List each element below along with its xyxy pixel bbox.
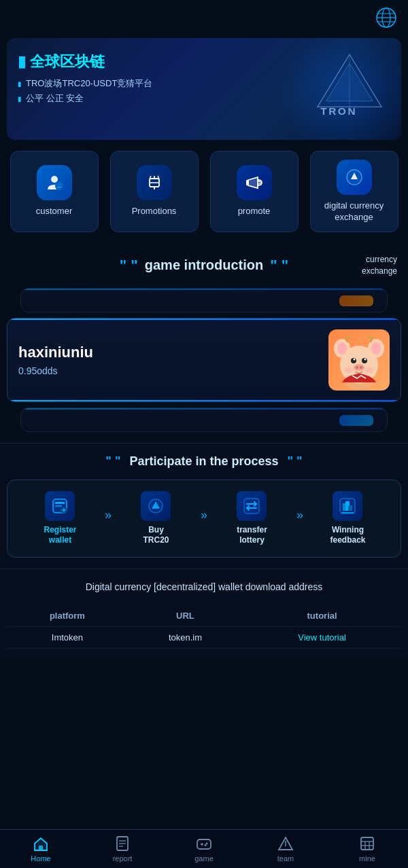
svg-point-33 bbox=[360, 366, 362, 369]
tutorial-header: tutorial bbox=[243, 605, 401, 627]
svg-point-9 bbox=[51, 176, 58, 183]
svg-rect-37 bbox=[55, 502, 65, 504]
step-register: Registerwallet bbox=[18, 491, 102, 546]
step-winning: Winningfeedback bbox=[306, 491, 390, 546]
mine-icon bbox=[359, 835, 375, 852]
url-header: URL bbox=[128, 605, 243, 627]
process-title: Participate in the process bbox=[129, 454, 278, 468]
icons-row: ··· customer Promotions bbox=[0, 140, 408, 243]
arrow-1: » bbox=[105, 508, 112, 522]
globe-icon[interactable] bbox=[375, 7, 397, 31]
svg-rect-48 bbox=[348, 505, 352, 511]
game-avatar bbox=[328, 329, 390, 391]
svg-text:···: ··· bbox=[56, 184, 61, 190]
nav-home-label: Home bbox=[31, 854, 50, 863]
nav-mine-label: mine bbox=[359, 854, 375, 863]
nav-team-label: team bbox=[277, 854, 294, 863]
nav-report[interactable]: report bbox=[82, 835, 163, 863]
customer-button[interactable]: ··· customer bbox=[10, 151, 99, 232]
transfer-icon bbox=[237, 491, 267, 521]
svg-point-29 bbox=[354, 358, 356, 360]
svg-text:TRON: TRON bbox=[320, 105, 357, 116]
nav-game-label: game bbox=[194, 854, 214, 863]
quote-right: " " bbox=[270, 257, 288, 274]
bottom-nav: Home report game team bbox=[0, 829, 408, 868]
currency-exchange-label: currency exchange bbox=[362, 254, 397, 277]
game-intro-header: " " game introduction " " currency excha… bbox=[0, 243, 408, 288]
register-label: Registerwallet bbox=[44, 525, 76, 546]
promote-button[interactable]: promote bbox=[210, 151, 299, 232]
svg-rect-38 bbox=[55, 505, 62, 507]
register-icon bbox=[45, 491, 75, 521]
winning-label: Winningfeedback bbox=[330, 525, 365, 546]
game-odds: 0.95odds bbox=[18, 365, 93, 376]
wallet-row: Imtoken token.im View tutorial bbox=[7, 626, 401, 648]
nav-team[interactable]: team bbox=[245, 835, 326, 863]
quote-left: " " bbox=[120, 257, 138, 274]
customer-icon: ··· bbox=[37, 165, 72, 200]
top-bar bbox=[0, 0, 408, 38]
svg-point-32 bbox=[356, 366, 358, 369]
team-icon bbox=[277, 835, 294, 852]
process-quote-left: " " bbox=[105, 454, 120, 468]
svg-point-34 bbox=[344, 367, 354, 373]
games-section: haxiniuniu 0.95odds bbox=[0, 288, 408, 432]
arrow-2: » bbox=[201, 508, 207, 522]
game-intro-title: " " game introduction " " bbox=[109, 250, 299, 281]
svg-rect-18 bbox=[246, 180, 249, 185]
digital-icon bbox=[337, 160, 372, 195]
promotions-icon bbox=[137, 165, 172, 200]
game-info: haxiniuniu 0.95odds bbox=[18, 344, 93, 376]
buy-icon bbox=[141, 491, 171, 521]
promotions-button[interactable]: Promotions bbox=[110, 151, 199, 232]
nav-game[interactable]: game bbox=[163, 835, 245, 863]
process-quote-right: " " bbox=[288, 454, 303, 468]
tron-logo: TRON bbox=[309, 52, 390, 115]
svg-point-26 bbox=[371, 342, 381, 355]
step-transfer: transferlottery bbox=[210, 491, 294, 546]
svg-point-57 bbox=[206, 843, 208, 845]
game-card[interactable]: haxiniuniu 0.95odds bbox=[7, 318, 401, 402]
promotions-label: Promotions bbox=[132, 206, 177, 217]
process-header: " " Participate in the process " " bbox=[7, 454, 401, 469]
report-icon bbox=[114, 835, 131, 852]
game-icon bbox=[196, 835, 212, 852]
svg-point-35 bbox=[364, 367, 374, 373]
wallet-table: platform URL tutorial Imtoken token.im V… bbox=[7, 605, 401, 649]
platform-header: platform bbox=[7, 605, 128, 627]
svg-point-30 bbox=[364, 358, 367, 360]
banner: 全球区块链 TRO波场TRC20-USDT竞猜平台 公平 公正 安全 TRON bbox=[7, 38, 401, 140]
promote-icon bbox=[237, 165, 272, 200]
buy-label: BuyTRC20 bbox=[143, 525, 169, 546]
game-intro-label: game introduction bbox=[145, 257, 263, 273]
tutorial-link[interactable]: View tutorial bbox=[243, 626, 401, 648]
svg-point-24 bbox=[337, 342, 347, 355]
arrow-3: » bbox=[296, 508, 303, 522]
process-section: " " Participate in the process " " Regis… bbox=[0, 443, 408, 569]
platform-cell: Imtoken bbox=[7, 626, 128, 648]
home-icon bbox=[33, 835, 49, 852]
url-cell: token.im bbox=[128, 626, 243, 648]
step-buy: BuyTRC20 bbox=[114, 491, 198, 546]
svg-rect-44 bbox=[244, 499, 259, 513]
svg-rect-49 bbox=[39, 846, 43, 850]
wallet-section: Digital currency [decentralized] wallet … bbox=[0, 569, 408, 659]
process-steps: Registerwallet » BuyTRC20 » bbox=[7, 480, 401, 558]
nav-report-label: report bbox=[113, 854, 133, 863]
digital-currency-button[interactable]: digital currency exchange bbox=[310, 151, 398, 232]
svg-point-31 bbox=[354, 364, 364, 371]
customer-label: customer bbox=[36, 206, 72, 217]
svg-point-58 bbox=[205, 844, 207, 846]
nav-home[interactable]: Home bbox=[0, 835, 82, 863]
svg-rect-54 bbox=[197, 839, 211, 849]
game-name: haxiniuniu bbox=[18, 344, 93, 361]
transfer-label: transferlottery bbox=[237, 525, 267, 546]
winning-icon bbox=[333, 491, 362, 521]
svg-rect-61 bbox=[361, 837, 373, 850]
wallet-title: Digital currency [decentralized] wallet … bbox=[7, 580, 401, 594]
promote-label: promote bbox=[238, 206, 271, 217]
digital-label: digital currency exchange bbox=[316, 200, 392, 223]
nav-mine[interactable]: mine bbox=[326, 835, 408, 863]
